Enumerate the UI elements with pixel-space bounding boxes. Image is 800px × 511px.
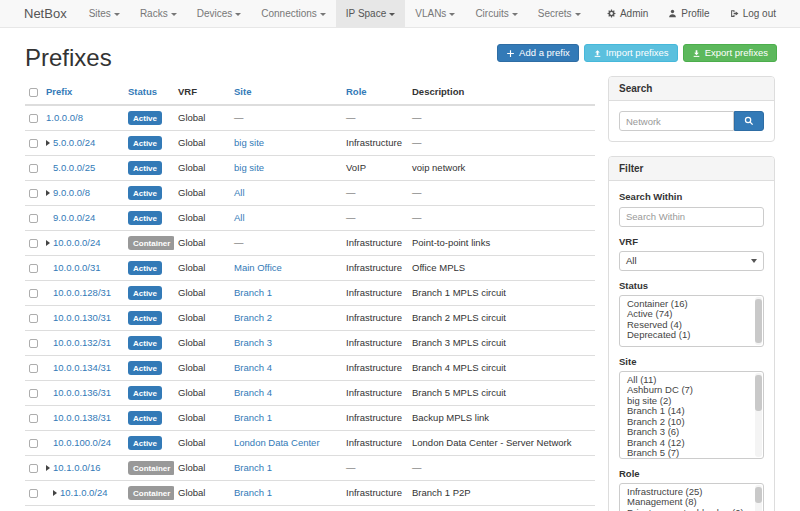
listbox-option[interactable]: Ashburn DC (7) (620, 385, 763, 396)
prefix-link[interactable]: 10.1.0.0/24 (60, 487, 108, 499)
site-link[interactable]: Main Office (234, 262, 282, 273)
prefix-link[interactable]: 10.0.0.128/31 (53, 287, 111, 299)
site-link[interactable]: Branch 2 (234, 312, 272, 323)
listbox-option[interactable]: All (11) (620, 375, 763, 386)
listbox-option[interactable]: Infrastructure (25) (620, 487, 763, 498)
select-all-checkbox[interactable] (29, 88, 38, 97)
search-button[interactable] (734, 111, 764, 131)
column-header-status[interactable]: Status (124, 82, 174, 105)
export-prefixes-button[interactable]: Export prefixes (683, 44, 777, 62)
select-all-header (25, 82, 42, 105)
listbox-option[interactable]: Branch 5 (7) (620, 448, 763, 459)
site-link[interactable]: London Data Center (234, 437, 320, 448)
search-icon (744, 116, 754, 126)
listbox-option[interactable]: Deprecated (1) (620, 330, 763, 341)
column-header-prefix[interactable]: Prefix (42, 82, 124, 105)
search-input[interactable] (619, 111, 734, 131)
row-checkbox[interactable] (29, 339, 38, 348)
column-header-role[interactable]: Role (342, 82, 408, 105)
filter-select-vrf[interactable]: All (619, 251, 764, 271)
row-checkbox[interactable] (29, 264, 38, 273)
listbox-option[interactable]: Branch 1 (14) (620, 406, 763, 417)
site-link[interactable]: Branch 4 (234, 362, 272, 373)
prefix-link[interactable]: 5.0.0.0/24 (53, 137, 95, 149)
status-badge: Active (128, 261, 162, 275)
nav-item-admin[interactable]: Admin (597, 0, 658, 27)
nav-item-racks[interactable]: Racks (130, 0, 187, 27)
nav-item-log-out[interactable]: Log out (720, 0, 786, 27)
listbox-option[interactable]: Branch 3 (6) (620, 427, 763, 438)
listbox-option[interactable]: Private unrouteable vlan (0) (620, 508, 763, 511)
site-link[interactable]: Branch 1 (234, 462, 272, 473)
prefix-link[interactable]: 9.0.0.0/8 (53, 187, 90, 199)
listbox-option[interactable]: Active (74) (620, 309, 763, 320)
prefix-link[interactable]: 9.0.0.0/24 (53, 212, 95, 224)
empty-value: — (234, 112, 244, 123)
prefix-link[interactable]: 1.0.0.0/8 (46, 112, 83, 124)
prefix-link[interactable]: 10.0.0.138/31 (53, 412, 111, 424)
status-cell: Active (124, 356, 174, 381)
brand-link[interactable]: NetBox (18, 0, 79, 27)
row-checkbox[interactable] (29, 239, 38, 248)
prefix-link[interactable]: 5.0.0.0/25 (53, 162, 95, 174)
scrollbar-thumb[interactable] (755, 375, 762, 411)
import-prefixes-button[interactable]: Import prefixes (584, 44, 678, 62)
prefix-link[interactable]: 10.0.0.0/24 (53, 237, 101, 249)
nav-item-devices[interactable]: Devices (187, 0, 252, 27)
site-link[interactable]: big site (234, 162, 264, 173)
nav-item-label: Devices (197, 8, 233, 19)
site-link[interactable]: Branch 1 (234, 487, 272, 498)
nav-item-circuits[interactable]: Circuits (465, 0, 527, 27)
row-checkbox[interactable] (29, 439, 38, 448)
prefix-link[interactable]: 10.0.100.0/24 (53, 437, 111, 449)
row-checkbox[interactable] (29, 389, 38, 398)
scrollbar-thumb[interactable] (755, 487, 762, 503)
row-checkbox[interactable] (29, 414, 38, 423)
prefix-link[interactable]: 10.0.0.136/31 (53, 387, 111, 399)
row-checkbox[interactable] (29, 489, 38, 498)
role-cell: — (342, 181, 408, 206)
nav-item-profile[interactable]: Profile (658, 0, 719, 27)
site-link[interactable]: All (234, 212, 245, 223)
prefix-link[interactable]: 10.0.0.0/31 (53, 262, 101, 274)
row-checkbox[interactable] (29, 289, 38, 298)
row-checkbox[interactable] (29, 314, 38, 323)
filter-input-search-within[interactable] (619, 207, 764, 227)
prefix-link[interactable]: 10.0.0.132/31 (53, 337, 111, 349)
row-checkbox[interactable] (29, 139, 38, 148)
listbox-option[interactable]: Container (16) (620, 299, 763, 310)
nav-item-connections[interactable]: Connections (251, 0, 336, 27)
site-link[interactable]: Branch 3 (234, 337, 272, 348)
nav-item-sites[interactable]: Sites (79, 0, 130, 27)
row-checkbox[interactable] (29, 364, 38, 373)
site-link[interactable]: big site (234, 137, 264, 148)
prefix-link[interactable]: 10.0.0.130/31 (53, 312, 111, 324)
listbox-option[interactable]: Reserved (4) (620, 320, 763, 331)
site-link[interactable]: Branch 4 (234, 387, 272, 398)
scrollbar-thumb[interactable] (755, 299, 762, 343)
nav-item-ip-space[interactable]: IP Space (336, 0, 405, 27)
status-badge: Active (128, 411, 162, 425)
nav-item-secrets[interactable]: Secrets (528, 0, 591, 27)
nav-item-vlans[interactable]: VLANs (405, 0, 465, 27)
listbox-option[interactable]: Branch 4 (12) (620, 438, 763, 449)
listbox-option[interactable]: Branch 2 (10) (620, 417, 763, 428)
button-label: Export prefixes (705, 48, 768, 58)
listbox-option[interactable]: Management (8) (620, 497, 763, 508)
prefix-link[interactable]: 10.0.0.134/31 (53, 362, 111, 374)
chevron-down-icon (235, 13, 241, 16)
row-checkbox[interactable] (29, 464, 38, 473)
column-header-site[interactable]: Site (230, 82, 342, 105)
row-checkbox[interactable] (29, 189, 38, 198)
status-cell: Active (124, 105, 174, 131)
row-checkbox[interactable] (29, 164, 38, 173)
listbox-option[interactable]: big site (2) (620, 396, 763, 407)
site-link[interactable]: All (234, 187, 245, 198)
add-a-prefix-button[interactable]: Add a prefix (497, 44, 579, 62)
prefix-link[interactable]: 10.1.0.0/16 (53, 462, 101, 474)
site-link[interactable]: Branch 1 (234, 287, 272, 298)
row-checkbox[interactable] (29, 214, 38, 223)
row-checkbox[interactable] (29, 114, 38, 123)
empty-value: — (412, 137, 422, 148)
site-link[interactable]: Branch 1 (234, 412, 272, 423)
